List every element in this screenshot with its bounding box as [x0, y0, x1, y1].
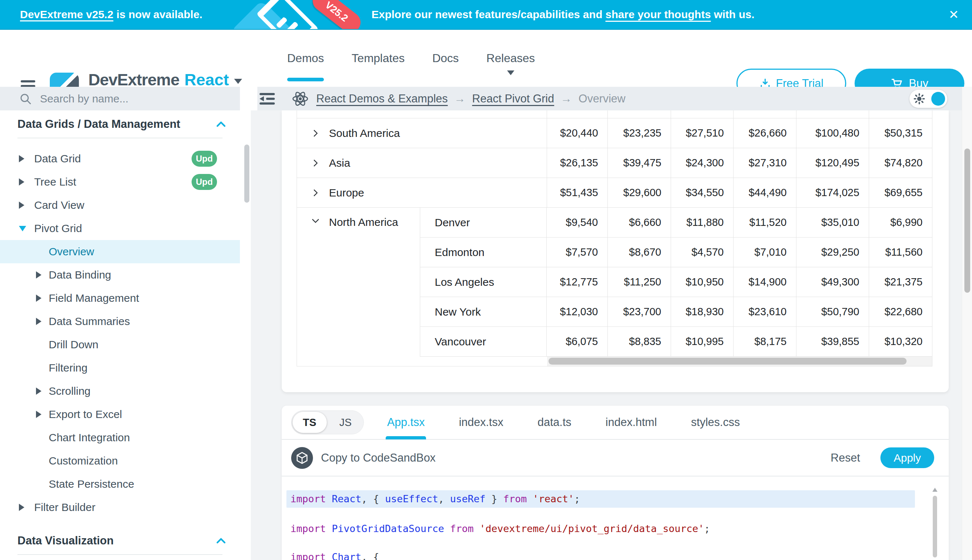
pivot-cell: $9,540 [547, 208, 608, 238]
pivot-cell: $7,570 [547, 238, 608, 267]
code-token: Chart [326, 551, 362, 560]
chevron-right-icon [36, 295, 42, 302]
sidebar-item-scrolling[interactable]: Scrolling [0, 380, 240, 403]
code-scrollbar-up-arrow-icon[interactable] [932, 488, 937, 492]
pivot-cell: $12,030 [547, 297, 608, 327]
toggle-option-ts[interactable]: TS [291, 411, 328, 434]
sidebar-item-drill-down[interactable]: Drill Down [0, 333, 240, 356]
sidebar-item-state-persistence[interactable]: State Persistence [0, 472, 240, 496]
banner-close-icon[interactable]: ✕ [949, 0, 959, 29]
language-toggle[interactable]: TS JS [291, 410, 364, 434]
city-label: Los Angeles [435, 276, 494, 288]
releases-dropdown-caret-icon [507, 70, 514, 75]
promo-banner: DevExtreme v25.2 is now available. V25.2… [0, 0, 972, 30]
horizontal-scrollbar-track[interactable] [547, 357, 932, 367]
sidebar-item-customization[interactable]: Customization [0, 449, 240, 472]
pivot-cell: $29,250 [796, 238, 869, 267]
nav-demos[interactable]: Demos [287, 30, 324, 87]
platform-dropdown-caret-icon[interactable] [234, 79, 242, 84]
tab-index-html[interactable]: index.html [604, 406, 658, 440]
sidebar-item-label: Scrolling [49, 385, 90, 397]
codesandbox-icon[interactable] [291, 447, 313, 469]
sidebar-item-data-binding[interactable]: Data Binding [0, 263, 240, 287]
code-area: import React, { useEffect, useRef } from… [282, 477, 949, 560]
sidebar-scrollbar-thumb[interactable] [244, 145, 249, 203]
code-token: , { [361, 551, 379, 560]
pivot-cell: $8,670 [608, 238, 671, 267]
main-nav: Demos Templates Docs Releases [287, 30, 535, 87]
theme-toggle[interactable] [910, 90, 947, 108]
pivot-cell: $22,680 [869, 297, 932, 327]
sidebar-item-chart-integration[interactable]: Chart Integration [0, 426, 240, 449]
city-label-cell[interactable]: Los Angeles [420, 267, 547, 297]
toggle-option-js[interactable]: JS [328, 411, 363, 434]
city-label-cell[interactable]: Vancouver [420, 327, 547, 357]
region-label: North America [329, 216, 398, 228]
code-token: ; [704, 523, 710, 534]
pivot-cell: $10,995 [671, 327, 734, 357]
pivot-cell: $26,660 [734, 118, 796, 148]
search-input[interactable] [40, 93, 240, 105]
updated-badge: Upd [192, 151, 217, 167]
sidebar-section-data-visualization[interactable]: Data Visualization [0, 527, 251, 554]
sidebar-item-pivot-grid[interactable]: Pivot Grid [0, 217, 240, 240]
region-label: Asia [329, 157, 350, 169]
sidebar-item-filtering[interactable]: Filtering [0, 356, 240, 380]
pivot-cell: $14,900 [734, 267, 796, 297]
tab-label: index.tsx [459, 416, 503, 429]
row-expand-cell[interactable]: Asia [297, 148, 547, 178]
nav-docs[interactable]: Docs [432, 30, 459, 87]
city-label-cell[interactable]: Denver [420, 208, 547, 238]
code-token: useRef [450, 493, 486, 505]
row-collapse-cell[interactable]: North America [297, 208, 420, 357]
row-expand-cell[interactable]: Europe [297, 178, 547, 208]
chevron-right-icon [36, 271, 42, 278]
main-content: South America $20,440 $23,235 $27,510 $2… [251, 110, 972, 560]
sidebar-item-data-summaries[interactable]: Data Summaries [0, 310, 240, 333]
code-token: 'react' [533, 493, 574, 505]
chevron-right-icon [36, 411, 42, 418]
breadcrumb-demos-link[interactable]: React Demos & Examples [316, 92, 448, 105]
sun-icon [913, 93, 925, 105]
copy-to-codesandbox-label[interactable]: Copy to CodeSandBox [321, 452, 435, 465]
share-thoughts-link[interactable]: share your thoughts [606, 8, 711, 21]
pivot-cell: $34,550 [671, 178, 734, 208]
nav-templates[interactable]: Templates [351, 30, 405, 87]
tab-data-ts[interactable]: data.ts [536, 406, 573, 440]
pivot-cell: $7,010 [734, 238, 796, 267]
sidebar-item-filter-builder[interactable]: Filter Builder [0, 496, 240, 519]
sidebar-item-field-management[interactable]: Field Management [0, 287, 240, 310]
version-link[interactable]: DevExtreme v25.2 [20, 8, 114, 21]
chevron-right-icon [19, 178, 24, 186]
code-token: PivotGridDataSource [326, 523, 450, 534]
row-expand-cell[interactable]: South America [297, 118, 547, 148]
apply-button[interactable]: Apply [880, 447, 934, 468]
sidebar-item-tree-list[interactable]: Tree List Upd [0, 170, 240, 193]
page-scrollbar-track[interactable] [962, 87, 972, 560]
sidebar-item-card-view[interactable]: Card View [0, 193, 240, 217]
reset-button[interactable]: Reset [831, 452, 860, 465]
code-scrollbar-thumb[interactable] [933, 496, 937, 557]
sidebar-item-export-to-excel[interactable]: Export to Excel [0, 403, 240, 426]
city-label-cell[interactable]: Edmonton [420, 238, 547, 267]
table-row-clipped [297, 110, 932, 118]
breadcrumb-arrow: → [454, 92, 466, 105]
sidebar-section-data-grids[interactable]: Data Grids / Data Management [0, 110, 251, 138]
city-label: Denver [435, 217, 470, 229]
breadcrumb-pivot-grid-link[interactable]: React Pivot Grid [472, 92, 554, 105]
nav-releases[interactable]: Releases [486, 30, 535, 87]
tab-app-tsx[interactable]: App.tsx [386, 406, 426, 440]
tab-index-tsx[interactable]: index.tsx [457, 406, 505, 440]
sidebar-item-data-grid[interactable]: Data Grid Upd [0, 147, 240, 170]
city-label-cell[interactable]: New York [420, 297, 547, 327]
table-row-new-york: New York $12,030 $23,700 $18,930 $23,610… [420, 297, 932, 327]
page-scrollbar-thumb[interactable] [964, 148, 970, 293]
active-nav-indicator [287, 78, 324, 82]
collapse-sidebar-icon[interactable] [259, 92, 276, 106]
table-row-south-america: South America $20,440 $23,235 $27,510 $2… [297, 118, 932, 148]
chevron-up-icon [216, 537, 226, 544]
tab-styles-css[interactable]: styles.css [689, 406, 741, 440]
sidebar-item-overview[interactable]: Overview [0, 240, 240, 263]
horizontal-scrollbar-thumb[interactable] [549, 358, 907, 365]
chevron-down-icon [19, 226, 26, 231]
